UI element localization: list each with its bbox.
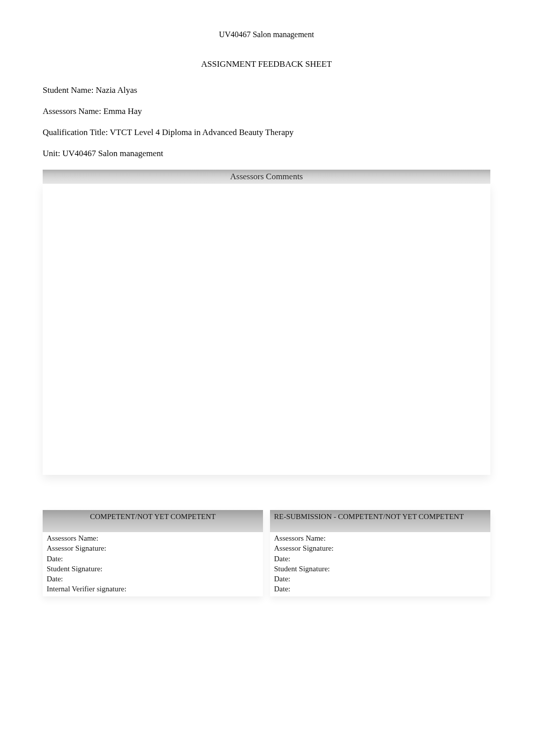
student-signature-line: Student Signature: — [274, 564, 486, 574]
date-line-2: Date: — [274, 574, 486, 584]
meta-block: Student Name: Nazia Alyas Assessors Name… — [43, 85, 490, 159]
signature-boxes: COMPETENT/NOT YET COMPETENT Assessors Na… — [43, 510, 490, 596]
qualification-title-value: VTCT Level 4 Diploma in Advanced Beauty … — [110, 128, 294, 137]
competent-header: COMPETENT/NOT YET COMPETENT — [43, 510, 263, 532]
competent-body: Assessors Name: Assessor Signature: Date… — [43, 532, 263, 596]
iv-signature-line: Internal Verifier signature: — [47, 584, 259, 594]
date-line-1: Date: — [274, 554, 486, 564]
unit-label: Unit: — [43, 149, 62, 158]
assessor-signature-line: Assessor Signature: — [47, 543, 259, 553]
qualification-title-label: Qualification Title: — [43, 128, 110, 137]
assessors-name-row: Assessors Name: Emma Hay — [43, 106, 490, 116]
unit-row: Unit: UV40467 Salon management — [43, 149, 490, 159]
competent-box: COMPETENT/NOT YET COMPETENT Assessors Na… — [43, 510, 263, 596]
assessors-name-label: Assessors Name: — [43, 106, 103, 116]
resubmission-box: RE-SUBMISSION - COMPETENT/NOT YET COMPET… — [270, 510, 490, 596]
page-header-unit: UV40467 Salon management — [43, 30, 490, 39]
assessors-name-line: Assessors Name: — [274, 533, 486, 543]
resubmission-header: RE-SUBMISSION - COMPETENT/NOT YET COMPET… — [270, 510, 490, 532]
student-signature-line: Student Signature: — [47, 564, 259, 574]
date-line-1: Date: — [47, 554, 259, 564]
date-line-2: Date: — [47, 574, 259, 584]
date-line-3: Date: — [274, 584, 486, 594]
qualification-title-row: Qualification Title: VTCT Level 4 Diplom… — [43, 128, 490, 138]
assessors-comments-header: Assessors Comments — [43, 170, 490, 184]
unit-value: UV40467 Salon management — [62, 149, 163, 158]
assessors-name-value: Emma Hay — [103, 106, 142, 116]
resubmission-body: Assessors Name: Assessor Signature: Date… — [270, 532, 490, 596]
assessors-name-line: Assessors Name: — [47, 533, 259, 543]
student-name-row: Student Name: Nazia Alyas — [43, 85, 490, 95]
student-name-label: Student Name: — [43, 85, 96, 95]
assessor-signature-line: Assessor Signature: — [274, 543, 486, 553]
sheet-title: ASSIGNMENT FEEDBACK SHEET — [43, 59, 490, 69]
student-name-value: Nazia Alyas — [96, 85, 138, 95]
assessors-comments-area — [43, 184, 490, 475]
